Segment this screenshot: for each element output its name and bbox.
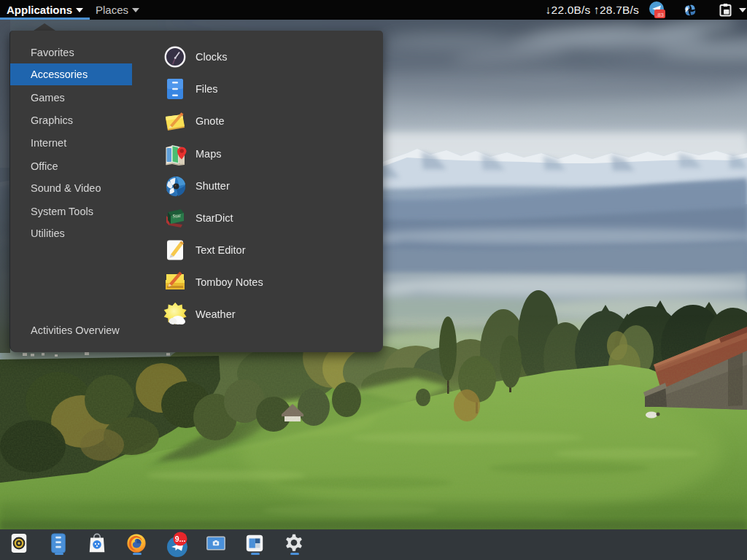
svg-text:9...: 9... [175,534,186,543]
svg-text:.83: .83 [656,12,665,18]
svg-text:Star: Star [172,212,182,219]
